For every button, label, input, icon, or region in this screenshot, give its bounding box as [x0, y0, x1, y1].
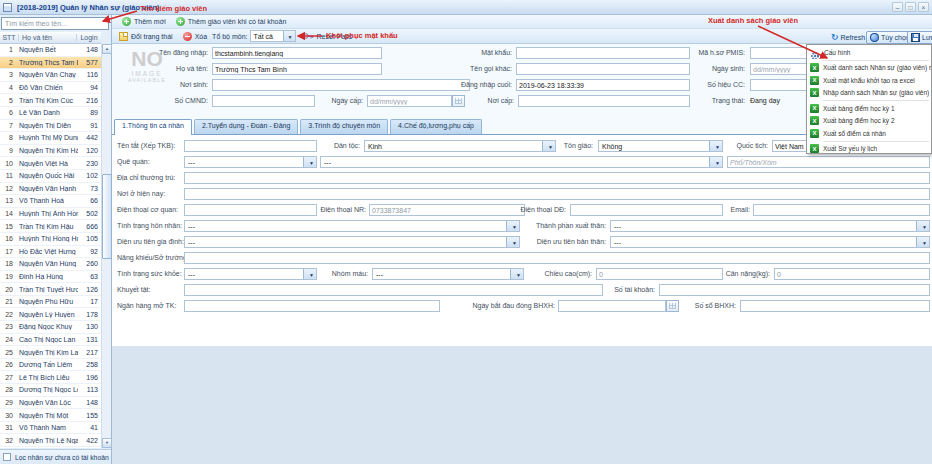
table-row[interactable]: 13Võ Thanh Hoá66: [0, 195, 101, 208]
table-row[interactable]: 28Dương Thị Ngọc Loan113: [0, 384, 101, 397]
table-row[interactable]: 20Trần Thị Tuyết Hương126: [0, 283, 101, 296]
hometown-district-select[interactable]: ---: [320, 156, 723, 168]
ethnic-select[interactable]: Kinh: [364, 140, 556, 152]
username-field[interactable]: [212, 47, 382, 59]
table-row[interactable]: 15Trần Thị Kim Hậu666: [0, 220, 101, 233]
family-priority-select[interactable]: ---: [184, 236, 520, 248]
self-priority-select[interactable]: ---: [610, 236, 930, 248]
save-button[interactable]: Lưu: [907, 31, 932, 44]
table-row[interactable]: 19Đinh Hạ Hùng63: [0, 271, 101, 284]
height-field[interactable]: [596, 268, 723, 280]
table-row[interactable]: 23Đặng Ngọc Khuy130: [0, 321, 101, 334]
current-address-field[interactable]: [184, 188, 930, 200]
table-row[interactable]: 30Nguyễn Thị Một155: [0, 409, 101, 422]
minimize-button[interactable]: ‒: [892, 2, 903, 12]
table-row[interactable]: 24Cao Thị Ngọc Lan131: [0, 334, 101, 347]
table-row[interactable]: 8Huỳnh Thị Mỹ Dung442: [0, 132, 101, 145]
office-phone-field[interactable]: [184, 204, 317, 216]
table-row[interactable]: 10Nguyễn Việt Hà230: [0, 157, 101, 170]
home-phone-field[interactable]: [369, 204, 525, 216]
table-row[interactable]: 4Đỗ Văn Chiến94: [0, 82, 101, 95]
table-row[interactable]: 16Huỳnh Thị Hồng Huệ105: [0, 233, 101, 246]
table-row[interactable]: 26Dương Tấn Liêm258: [0, 359, 101, 372]
scroll-down-icon[interactable]: ▼: [102, 438, 112, 448]
religion-select[interactable]: Không: [598, 140, 723, 152]
table-row[interactable]: 21Nguyễn Phú Hữu17: [0, 296, 101, 309]
restore-button[interactable]: □: [905, 2, 916, 12]
bhxh-date-field[interactable]: [558, 300, 666, 312]
scroll-up-icon[interactable]: ▲: [102, 44, 112, 54]
table-row[interactable]: 31Võ Thành Nam41: [0, 422, 101, 435]
idcard-field[interactable]: [212, 95, 315, 107]
weight-field[interactable]: [774, 268, 930, 280]
alias-field[interactable]: [516, 63, 690, 75]
blood-select[interactable]: ---: [372, 268, 524, 280]
tab-qualification[interactable]: 3.Trình độ chuyên môn: [300, 119, 388, 134]
table-row[interactable]: 2Trường Thcs Tam Bì577: [0, 57, 101, 70]
menu-item[interactable]: Xuất mật khẩu khởi tạo ra excel: [807, 74, 931, 87]
talent-field[interactable]: [184, 252, 930, 264]
table-row[interactable]: 25Nguyễn Thị Kim Lan217: [0, 346, 101, 359]
table-row[interactable]: 27Lê Thị Bích Liễu196: [0, 371, 101, 384]
table-row[interactable]: 29Nguyễn Văn Lộc148: [0, 397, 101, 410]
table-row[interactable]: 32Nguyễn Thị Lệ Nga422: [0, 434, 101, 447]
column-header-login[interactable]: Login: [77, 34, 101, 41]
subject-group-select[interactable]: Tất cả: [250, 30, 296, 42]
table-row[interactable]: 6Lê Văn Danh89: [0, 107, 101, 120]
delete-button[interactable]: Xóa: [178, 30, 212, 43]
hometown-detail-field[interactable]: [727, 156, 930, 168]
bank-field[interactable]: [184, 300, 440, 312]
last-login-field[interactable]: [516, 79, 690, 91]
refresh-button[interactable]: ↻ Refresh: [828, 31, 868, 44]
table-row[interactable]: 5Trần Thị Kim Cúc216: [0, 94, 101, 107]
tab-recruitment[interactable]: 2.Tuyển dụng - Đoàn - Đảng: [194, 119, 298, 134]
disability-field[interactable]: [184, 284, 603, 296]
menu-item[interactable]: Xuất bảng điểm học kỳ 2: [807, 115, 931, 128]
menu-item[interactable]: Xuất danh sách Nhân sự (giáo viên) ra ex…: [807, 62, 931, 75]
issue-place-field[interactable]: [518, 95, 690, 107]
hometown-province-select[interactable]: ---: [184, 156, 317, 168]
fullname-field[interactable]: [212, 63, 382, 75]
table-row[interactable]: 14Huỳnh Thị Ánh Hồng502: [0, 208, 101, 221]
scrollbar-thumb[interactable]: [102, 174, 112, 259]
filter-checkbox[interactable]: [3, 453, 11, 461]
menu-item[interactable]: Nhập danh sách Nhân sự (giáo viên) từ Ex…: [807, 87, 931, 100]
address-field[interactable]: [184, 172, 930, 184]
menu-item[interactable]: Xuất Sơ yếu lý lịch: [807, 143, 931, 156]
add-new-button[interactable]: Thêm mới: [117, 15, 171, 28]
table-row[interactable]: 22Nguyễn Lý Huyền178: [0, 308, 101, 321]
table-row[interactable]: 12Nguyễn Văn Hạnh73: [0, 183, 101, 196]
calendar-icon[interactable]: [452, 95, 465, 107]
sidebar-scrollbar[interactable]: ▲ ▼: [101, 44, 111, 448]
table-row[interactable]: 1Nguyễn Bết148: [0, 44, 101, 57]
menu-item[interactable]: Xuất sổ điểm cá nhân: [807, 127, 931, 140]
email-field[interactable]: [753, 204, 930, 216]
origin-select[interactable]: ---: [610, 220, 930, 232]
account-no-field[interactable]: [659, 284, 930, 296]
mobile-field[interactable]: [570, 204, 723, 216]
column-header-stt[interactable]: STT: [0, 34, 19, 41]
marital-select[interactable]: ---: [184, 220, 520, 232]
table-row[interactable]: 3Nguyễn Văn Chạy116: [0, 69, 101, 82]
table-row[interactable]: 7Nguyễn Thị Diễn91: [0, 120, 101, 133]
table-row[interactable]: 11Nguyễn Quốc Hải102: [0, 170, 101, 183]
bhxh-no-field[interactable]: [740, 300, 930, 312]
menu-item[interactable]: Xuất bảng điểm học kỳ 1: [807, 102, 931, 115]
tab-salary[interactable]: 4.Chế độ,lương,phụ cấp: [390, 119, 482, 134]
password-field[interactable]: [516, 47, 690, 59]
close-button[interactable]: ×: [918, 2, 929, 12]
health-select[interactable]: ---: [184, 268, 317, 280]
add-existing-button[interactable]: Thêm giáo viên khi có tài khoản: [171, 15, 291, 28]
change-status-button[interactable]: Đổi trạng thái: [114, 30, 178, 43]
table-row[interactable]: 9Nguyễn Thị Kim Hà120: [0, 145, 101, 158]
short-name-field[interactable]: [184, 140, 317, 152]
menu-item[interactable]: Cấu hình: [807, 46, 931, 59]
menu-item-label: Xuất danh sách Nhân sự (giáo viên) ra ex…: [823, 64, 931, 71]
search-input[interactable]: [1, 17, 109, 30]
table-row[interactable]: 18Nguyễn Văn Hùng260: [0, 258, 101, 271]
tab-personal-info[interactable]: 1.Thông tin cá nhân: [114, 119, 192, 135]
issue-date-field[interactable]: [367, 95, 452, 107]
table-row[interactable]: 17Hồ Đắc Việt Hưng92: [0, 246, 101, 259]
calendar-icon[interactable]: [666, 300, 679, 312]
column-header-name[interactable]: Họ và tên: [19, 34, 77, 41]
